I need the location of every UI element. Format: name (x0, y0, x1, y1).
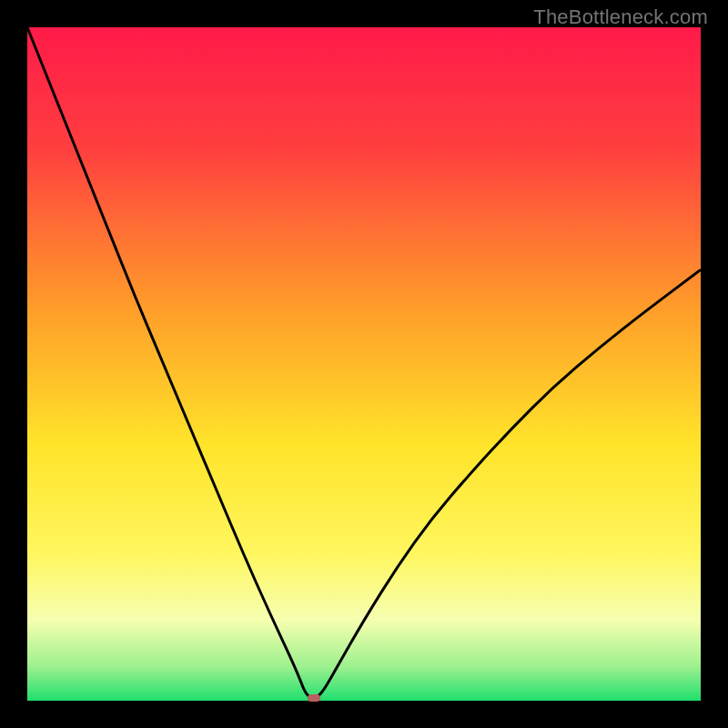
bottleneck-curve (27, 27, 701, 701)
curve-path (27, 27, 701, 697)
chart-frame: TheBottleneck.com (0, 0, 728, 728)
watermark-text: TheBottleneck.com (533, 5, 708, 29)
notch-marker (308, 694, 320, 702)
